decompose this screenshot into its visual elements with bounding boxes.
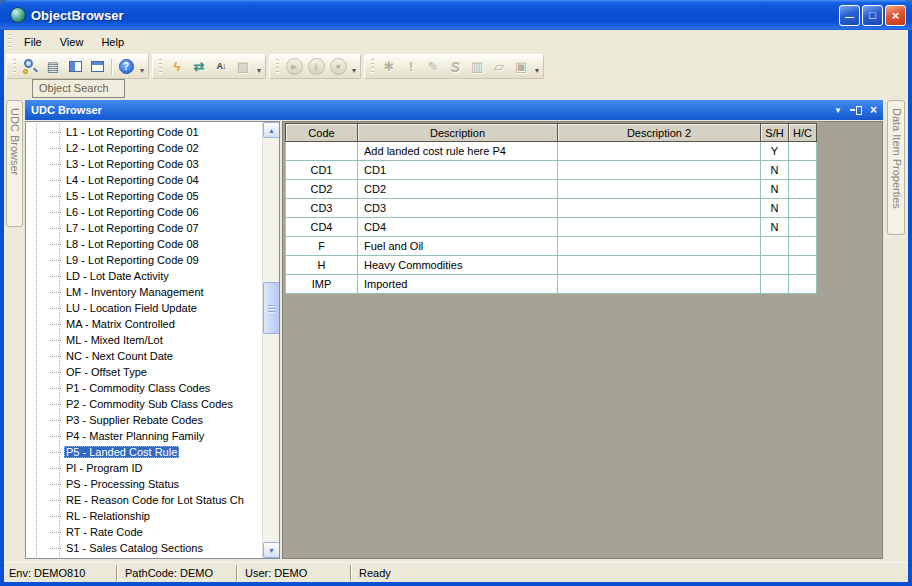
table-row[interactable]: FFuel and Oil (286, 237, 817, 256)
column-header-description[interactable]: Description (358, 124, 558, 142)
table-cell (789, 199, 817, 218)
table-cell: N (761, 218, 789, 237)
help-icon[interactable]: ? (115, 57, 137, 77)
tree-item-label: P2 - Commodity Sub Class Codes (64, 398, 235, 410)
tree-item[interactable]: S2 - Sales Catalog Subsections (26, 556, 262, 558)
maximize-button[interactable]: □ (862, 5, 883, 26)
toolbar-overflow-icon[interactable]: ▾ (257, 66, 261, 75)
tree-item[interactable]: ML - Mixed Item/Lot (26, 332, 262, 348)
tree-item[interactable]: L1 - Lot Reporting Code 01 (26, 124, 262, 140)
toolbar-gripper[interactable] (276, 59, 279, 74)
play-icon: ▶ (283, 57, 305, 77)
split-window-icon[interactable] (64, 57, 86, 77)
tree-item[interactable]: RE - Reason Code for Lot Status Ch (26, 492, 262, 508)
table-row[interactable]: HHeavy Commodities (286, 256, 817, 275)
tree-item[interactable]: L3 - Lot Reporting Code 03 (26, 156, 262, 172)
column-header-h-c[interactable]: H/C (789, 124, 817, 142)
scroll-down-icon[interactable]: ▼ (263, 542, 280, 558)
table-cell (558, 180, 761, 199)
object-search-icon[interactable] (20, 57, 42, 77)
tree-item[interactable]: P1 - Commodity Class Codes (26, 380, 262, 396)
close-button[interactable]: × (885, 5, 906, 26)
table-row[interactable]: CD2CD2 N (286, 180, 817, 199)
window-controls: —□× (839, 5, 906, 26)
tree-scrollbar[interactable]: ▲ ▼ (262, 122, 279, 558)
column-header-s-h[interactable]: S/H (761, 124, 789, 142)
tree-item[interactable]: L5 - Lot Reporting Code 05 (26, 188, 262, 204)
minimize-button[interactable]: — (839, 5, 860, 26)
table-browser-icon[interactable]: ▤ (42, 57, 64, 77)
tree-item-label: L7 - Lot Reporting Code 07 (64, 222, 201, 234)
toolbar-gripper[interactable] (371, 59, 374, 74)
tree-item-label: RE - Reason Code for Lot Status Ch (64, 494, 246, 506)
menu-bar: FileViewHelp (4, 30, 908, 53)
window-glyph (91, 61, 104, 72)
menu-item-help[interactable]: Help (92, 33, 133, 51)
edit-toolbar: ✱!✎S▥▱▣▾ (364, 54, 544, 79)
tree-item[interactable]: P4 - Master Planning Family (26, 428, 262, 444)
tree-item[interactable]: OF - Offset Type (26, 364, 262, 380)
tree-item[interactable]: L9 - Lot Reporting Code 09 (26, 252, 262, 268)
toolbar-overflow-icon[interactable]: ▾ (535, 66, 539, 75)
table-row[interactable]: Add landed cost rule here P4 Y (286, 142, 817, 161)
tree-item[interactable]: S1 - Sales Catalog Sections (26, 540, 262, 556)
menu-item-view[interactable]: View (51, 33, 93, 51)
sidebar-tab-data-item-properties[interactable]: Data Item Properties (887, 100, 905, 235)
tree-item[interactable]: MA - Matrix Controlled (26, 316, 262, 332)
table-row[interactable]: IMPImported (286, 275, 817, 294)
tree-item[interactable]: LU - Location Field Update (26, 300, 262, 316)
sort-icon[interactable]: A↓ (210, 57, 232, 77)
panel-header[interactable]: UDC Browser ▼× (25, 100, 883, 120)
close-panel-icon[interactable]: × (870, 103, 877, 117)
scrollbar-thumb[interactable] (263, 282, 280, 334)
column-header-code[interactable]: Code (286, 124, 358, 142)
tree-item[interactable]: P3 - Supplier Rebate Codes (26, 412, 262, 428)
tree-item[interactable]: LM - Inventory Management (26, 284, 262, 300)
table-cell (558, 218, 761, 237)
tree-item-label: RT - Rate Code (64, 526, 145, 538)
toolbar-overflow-icon[interactable]: ▾ (140, 66, 144, 75)
table-cell (761, 275, 789, 294)
pin-icon[interactable] (850, 106, 862, 115)
tree-item[interactable]: P5 - Landed Cost Rule (26, 444, 262, 460)
cross-reference-icon[interactable]: ⇄ (188, 57, 210, 77)
table-row[interactable]: CD4CD4 N (286, 218, 817, 237)
open-icon: ▱ (488, 57, 510, 77)
tree-item[interactable]: PS - Processing Status (26, 476, 262, 492)
udc-grid: CodeDescriptionDescription 2S/HH/C Add l… (285, 123, 817, 294)
toolbar-gripper[interactable] (159, 59, 162, 74)
app-window: ObjectBrowser —□× FileViewHelp ▤?▾ϟ⇄A↓▨▾… (0, 0, 912, 586)
table-row[interactable]: CD1CD1 N (286, 161, 817, 180)
tree-item-label: NC - Next Count Date (64, 350, 175, 362)
toolbar: ▤?▾ϟ⇄A↓▨▾▶∥■▾✱!✎S▥▱▣▾ (4, 53, 908, 80)
scroll-up-icon[interactable]: ▲ (263, 122, 280, 138)
tree-item[interactable]: NC - Next Count Date (26, 348, 262, 364)
split-window-glyph (69, 61, 82, 72)
table-cell (558, 199, 761, 218)
tree-item[interactable]: L8 - Lot Reporting Code 08 (26, 236, 262, 252)
tree-item[interactable]: RT - Rate Code (26, 524, 262, 540)
tree-item-label: L6 - Lot Reporting Code 06 (64, 206, 201, 218)
tree-item[interactable]: L2 - Lot Reporting Code 02 (26, 140, 262, 156)
column-header-description-2[interactable]: Description 2 (558, 124, 761, 142)
tree-item-label: S1 - Sales Catalog Sections (64, 542, 205, 554)
tree-item[interactable]: PI - Program ID (26, 460, 262, 476)
tree-item[interactable]: L4 - Lot Reporting Code 04 (26, 172, 262, 188)
toolbar-gripper[interactable] (13, 59, 16, 74)
menubar-gripper[interactable] (8, 34, 11, 49)
quick-run-icon[interactable]: ϟ (166, 57, 188, 77)
table-row[interactable]: CD3CD3 N (286, 199, 817, 218)
table-cell: CD2 (286, 180, 358, 199)
tree-item[interactable]: LD - Lot Date Activity (26, 268, 262, 284)
menu-down-icon[interactable]: ▼ (834, 106, 842, 115)
tree-item[interactable]: RL - Relationship (26, 508, 262, 524)
tree-item[interactable]: P2 - Commodity Sub Class Codes (26, 396, 262, 412)
sidebar-tab-udc-browser[interactable]: UDC Browser (6, 100, 23, 227)
tree-item[interactable]: L6 - Lot Reporting Code 06 (26, 204, 262, 220)
title-bar[interactable]: ObjectBrowser —□× (0, 0, 912, 30)
status-panel: Ready (354, 565, 908, 581)
menu-item-file[interactable]: File (15, 33, 51, 51)
tree-item[interactable]: L7 - Lot Reporting Code 07 (26, 220, 262, 236)
new-window-icon[interactable] (86, 57, 108, 77)
toolbar-overflow-icon[interactable]: ▾ (352, 66, 356, 75)
